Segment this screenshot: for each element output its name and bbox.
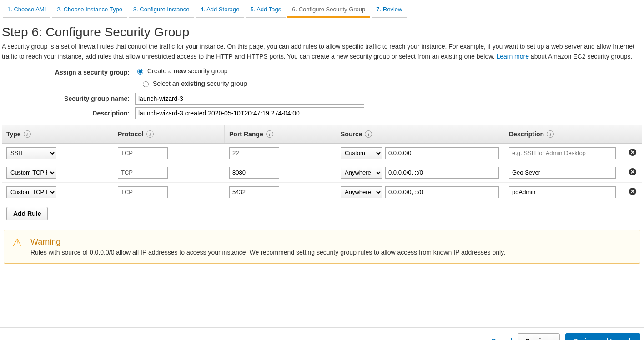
rule-type-select[interactable]: SSH xyxy=(6,147,56,159)
nav-step-7[interactable]: 7. Review xyxy=(372,3,407,18)
rule-description-input[interactable] xyxy=(509,167,616,179)
th-port: Port Range xyxy=(229,130,263,138)
warning-icon: ⚠ xyxy=(12,237,22,256)
info-icon[interactable]: i xyxy=(547,130,554,138)
rule-type-select[interactable]: Custom TCP Rule xyxy=(6,167,56,179)
rule-source-mode-select[interactable]: Anywhere xyxy=(341,167,382,179)
radio-create-label: Create a new security group xyxy=(147,67,228,75)
nav-step-3[interactable]: 3. Configure Instance xyxy=(129,3,194,18)
table-row: Custom TCP Rule Anywhere xyxy=(2,183,642,202)
close-icon[interactable] xyxy=(629,187,637,195)
rule-source-ip-input[interactable] xyxy=(385,167,499,179)
rule-description-input[interactable] xyxy=(509,186,616,198)
nav-step-6[interactable]: 6. Configure Security Group xyxy=(287,3,370,18)
sg-name-input[interactable] xyxy=(135,93,364,105)
rule-port-input[interactable] xyxy=(229,186,279,198)
radio-select-label: Select an existing security group xyxy=(153,80,247,87)
footer-actions: Cancel Previous Review and Launch xyxy=(0,327,644,340)
nav-step-5[interactable]: 5. Add Tags xyxy=(246,3,286,18)
add-rule-button[interactable]: Add Rule xyxy=(6,207,48,220)
previous-button[interactable]: Previous xyxy=(518,333,560,340)
rule-type-select[interactable]: Custom TCP Rule xyxy=(6,186,56,198)
table-row: Custom TCP Rule Anywhere xyxy=(2,163,642,183)
rule-protocol xyxy=(118,167,168,179)
th-protocol: Protocol xyxy=(118,130,144,138)
assign-label: Assign a security group: xyxy=(2,69,135,76)
table-row: SSH Custom xyxy=(2,144,642,163)
sg-desc-input[interactable] xyxy=(135,107,364,119)
review-and-launch-button[interactable]: Review and Launch xyxy=(565,333,640,340)
rule-protocol xyxy=(118,186,168,198)
nav-step-2[interactable]: 2. Choose Instance Type xyxy=(52,3,127,18)
rule-source-mode-select[interactable]: Anywhere xyxy=(341,186,382,198)
nav-step-4[interactable]: 4. Add Storage xyxy=(196,3,244,18)
cancel-button[interactable]: Cancel xyxy=(491,337,512,340)
page-title: Step 6: Configure Security Group xyxy=(2,25,642,40)
radio-select-existing[interactable] xyxy=(143,81,149,87)
sg-name-label: Security group name: xyxy=(2,95,135,102)
rule-source-mode-select[interactable]: Custom xyxy=(341,147,382,159)
sg-desc-label: Description: xyxy=(2,110,135,117)
radio-create-new[interactable] xyxy=(137,69,143,75)
nav-step-1[interactable]: 1. Choose AMI xyxy=(3,3,50,18)
info-icon[interactable]: i xyxy=(146,130,154,138)
info-icon[interactable]: i xyxy=(365,130,372,138)
rule-description-input[interactable] xyxy=(509,147,616,159)
rule-port-input[interactable] xyxy=(229,167,279,179)
info-icon[interactable]: i xyxy=(24,130,31,138)
rule-source-ip-input[interactable] xyxy=(385,147,499,159)
close-icon[interactable] xyxy=(629,148,637,156)
warning-box: ⚠ Warning Rules with source of 0.0.0.0/0… xyxy=(4,230,640,264)
th-type: Type xyxy=(6,130,21,138)
warning-text: Rules with source of 0.0.0.0/0 allow all… xyxy=(30,249,505,256)
rules-table: Typei Protocoli Port Rangei Sourcei Desc… xyxy=(2,125,642,202)
intro-text: A security group is a set of firewall ru… xyxy=(2,41,642,62)
rule-port-input[interactable] xyxy=(229,147,279,159)
info-icon[interactable]: i xyxy=(266,130,273,138)
close-icon[interactable] xyxy=(629,168,637,176)
th-description: Description xyxy=(509,130,544,138)
learn-more-link[interactable]: Learn more xyxy=(496,53,529,60)
warning-title: Warning xyxy=(30,237,505,247)
rule-source-ip-input[interactable] xyxy=(385,186,499,198)
table-header: Typei Protocoli Port Rangei Sourcei Desc… xyxy=(2,125,642,144)
rule-protocol xyxy=(118,147,168,159)
th-source: Source xyxy=(341,130,362,138)
wizard-nav: 1. Choose AMI 2. Choose Instance Type 3.… xyxy=(0,0,644,18)
